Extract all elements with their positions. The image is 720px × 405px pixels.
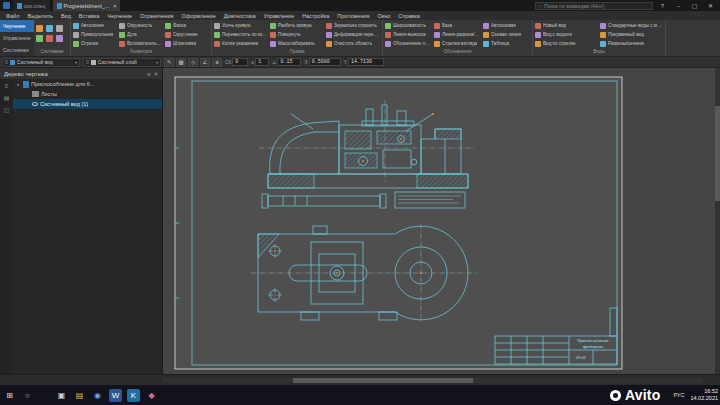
menubar-item-4[interactable]: Черчение [103, 13, 136, 19]
ribbon-item-2-0-2[interactable]: Копия указанием [214, 39, 268, 48]
param-field-input[interactable]: 0.15 [277, 58, 301, 66]
ribbon-item-1-0-2[interactable]: Отрезок [73, 39, 117, 48]
ribbon-item-1-2-0[interactable]: Фаска [165, 21, 209, 30]
panel-strip-icon-2[interactable]: ◫ [4, 106, 10, 113]
tree-item-0[interactable]: ▸Приспособление для б... [13, 79, 162, 89]
param-field-input[interactable]: 0.5080 [309, 58, 341, 66]
clock[interactable]: 16:52 14.02.2021 [690, 388, 718, 401]
ribbon-item-2-2-2[interactable]: Очистить область [326, 39, 380, 48]
twisty-icon[interactable]: ▸ [16, 82, 21, 87]
panel-close-icon[interactable]: ✕ [153, 71, 158, 77]
language-indicator[interactable]: РУС [673, 392, 684, 398]
tree-item-2[interactable]: Системный вид (1) [13, 99, 162, 109]
drawing-area[interactable]: Приспособление фрезерное 09.02 [163, 68, 720, 374]
system-tool-icon-0[interactable] [36, 25, 43, 32]
param-field-input[interactable]: 1 [255, 58, 269, 66]
ribbon-item-1-1-2[interactable]: Вспомогательная прямая [119, 39, 163, 48]
ribbon-item-2-0-1[interactable]: Переместить по координатам [214, 30, 268, 39]
ribbon-item-3-2-2[interactable]: Таблица [483, 39, 530, 48]
taskbar-icon-kompas[interactable]: K [127, 389, 140, 402]
horizontal-scrollbar-thumb[interactable] [293, 378, 473, 383]
ribbon-item-1-2-2[interactable]: Штриховка [165, 39, 209, 48]
ribbon-item-4-0-1[interactable]: Вид с модели [535, 30, 598, 39]
ribbon-item-4-1-0[interactable]: Стандартные виды с модели [600, 21, 663, 30]
taskbar-icon-paint[interactable]: ◆ [145, 389, 158, 402]
ribbon-item-3-1-2[interactable]: Стрелка взгляда [434, 39, 481, 48]
close-button[interactable]: ✕ [704, 2, 717, 9]
ribbon-item-3-1-1[interactable]: Линия разреза/сечения [434, 30, 481, 39]
taskbar-icon-task-view[interactable]: ▣ [55, 389, 68, 402]
system-tool-icon-2[interactable] [56, 25, 63, 32]
menubar-item-12[interactable]: Справка [394, 13, 424, 19]
vertical-scrollbar[interactable] [715, 68, 720, 374]
ribbon-item-3-2-0[interactable]: Автоосевая [483, 21, 530, 30]
menubar-item-2[interactable]: Вид [57, 13, 75, 19]
tab-close-icon[interactable]: × [113, 3, 116, 9]
taskbar-icon-search[interactable]: ○ [21, 389, 34, 402]
ribbon-item-1-0-1[interactable]: Прямоугольник [73, 30, 117, 39]
ribbon-item-1-0-0[interactable]: Автолиния [73, 21, 117, 30]
param-field-input[interactable]: 0 [232, 58, 248, 66]
panel-menu-icon[interactable]: ≡ [147, 71, 150, 77]
minimize-button[interactable]: – [672, 3, 685, 9]
command-search-input[interactable]: ○ Поиск по командам (Alt+/) [535, 2, 653, 10]
menubar-item-9[interactable]: Настройка [298, 13, 333, 19]
param-tool-1[interactable]: ▦ [176, 58, 186, 67]
current-view-selector[interactable]: 0 Системный вид ▾ [2, 58, 80, 67]
ribbon-item-1-1-1[interactable]: Дуга [119, 30, 163, 39]
ribbon-item-3-0-2[interactable]: Обозначение позиций [385, 39, 432, 48]
drawing-viewport[interactable]: Приспособление фрезерное 09.02 [163, 68, 720, 374]
tree-item-1[interactable]: Листы [13, 89, 162, 99]
ribbon-item-4-0-0[interactable]: Новый вид [535, 21, 598, 30]
ribbon-item-1-2-1[interactable]: Скругление [165, 30, 209, 39]
param-tool-4[interactable]: ≡ [212, 58, 222, 67]
param-tool-3[interactable]: ∠ [200, 58, 210, 67]
menubar-item-3[interactable]: Вставка [75, 13, 103, 19]
menubar-item-8[interactable]: Управление [260, 13, 299, 19]
ribbon-item-2-1-2[interactable]: Масштабировать [270, 39, 324, 48]
menubar-item-1[interactable]: Выделить [24, 13, 57, 19]
param-tool-2[interactable]: ◇ [188, 58, 198, 67]
document-tab-active[interactable]: ProgressIsImeni_... × [53, 0, 121, 11]
panel-strip-icon-1[interactable]: ▤ [4, 94, 10, 101]
param-field-input[interactable]: 14.7130 [348, 58, 384, 66]
ribbon-item-3-0-0[interactable]: Шероховатость [385, 21, 432, 30]
param-tool-0[interactable]: ✎ [164, 58, 174, 67]
ribbon-item-2-1-1[interactable]: Повернуть [270, 30, 324, 39]
panel-strip-icon-0[interactable]: ≡ [5, 83, 9, 89]
menubar-item-11[interactable]: Окно [373, 13, 394, 19]
system-tool-icon-4[interactable] [46, 35, 53, 42]
ribbon-item-3-1-0[interactable]: База [434, 21, 481, 30]
document-tab-secondary[interactable]: осн.спец [13, 0, 50, 11]
taskbar-icon-browser[interactable]: ◉ [91, 389, 104, 402]
horizontal-scrollbar[interactable] [163, 378, 703, 383]
help-button[interactable]: ? [656, 3, 669, 9]
system-tool-icon-5[interactable] [56, 35, 63, 42]
ribbon-tab-0[interactable]: Черчение [0, 20, 34, 32]
menubar-item-10[interactable]: Приложения [333, 13, 373, 19]
ribbon-tab-2[interactable]: Системная [0, 44, 34, 56]
ribbon-item-3-2-1[interactable]: Осевая линия [483, 30, 530, 39]
current-layer-selector[interactable]: 0 Системный слой ▾ [83, 58, 161, 67]
ribbon-item-2-2-1[interactable]: Деформация перемещением [326, 30, 380, 39]
vertical-scrollbar-thumb[interactable] [715, 106, 720, 201]
ribbon-item-4-1-1[interactable]: Прерванный вид [600, 30, 663, 39]
taskbar-icon-explorer[interactable]: ▤ [73, 389, 86, 402]
ribbon-item-3-0-1[interactable]: Линия-выноска [385, 30, 432, 39]
menubar-item-0[interactable]: Файл [2, 13, 24, 19]
maximize-button[interactable]: ▢ [688, 2, 701, 9]
ribbon-item-4-1-2[interactable]: Разрезы/сечения [600, 39, 663, 48]
ribbon-item-4-0-2[interactable]: Вид по стрелке [535, 39, 598, 48]
system-tool-icon-1[interactable] [46, 25, 53, 32]
ribbon-item-2-2-0[interactable]: Зеркально отразить [326, 21, 380, 30]
menubar-item-6[interactable]: Оформление [178, 13, 220, 19]
taskbar-icon-word[interactable]: W [109, 389, 122, 402]
ribbon-item-1-1-0[interactable]: Окружность [119, 21, 163, 30]
ribbon-tab-1[interactable]: Управление [0, 32, 34, 44]
ribbon-item-2-0-0[interactable]: Усечь кривую [214, 21, 268, 30]
ribbon-item-2-1-0[interactable]: Разбить кривую [270, 21, 324, 30]
taskbar-icon-start[interactable]: ⊞ [3, 389, 16, 402]
system-tool-icon-3[interactable] [36, 35, 43, 42]
menubar-item-7[interactable]: Диагностика [220, 13, 260, 19]
menubar-item-5[interactable]: Ограничения [136, 13, 178, 19]
